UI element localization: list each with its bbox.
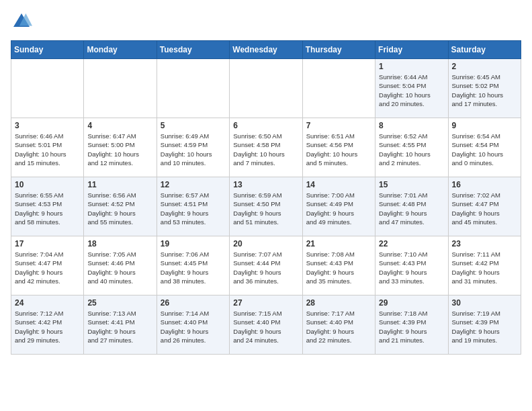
column-header-saturday: Saturday: [448, 41, 521, 59]
page-header: [11, 11, 521, 32]
calendar-cell: [11, 59, 84, 118]
day-number: 21: [306, 239, 371, 248]
day-info: Sunrise: 7:11 AM Sunset: 4:42 PM Dayligh…: [452, 250, 517, 285]
day-number: 7: [306, 121, 371, 130]
day-number: 3: [15, 121, 80, 130]
day-info: Sunrise: 7:18 AM Sunset: 4:39 PM Dayligh…: [379, 309, 444, 345]
column-header-wednesday: Wednesday: [230, 41, 302, 59]
day-info: Sunrise: 6:56 AM Sunset: 4:52 PM Dayligh…: [87, 191, 152, 226]
day-info: Sunrise: 6:51 AM Sunset: 4:56 PM Dayligh…: [306, 132, 371, 167]
day-info: Sunrise: 6:47 AM Sunset: 5:00 PM Dayligh…: [87, 132, 152, 167]
day-info: Sunrise: 6:50 AM Sunset: 4:58 PM Dayligh…: [233, 132, 298, 167]
column-header-monday: Monday: [84, 41, 157, 59]
calendar-cell: 26Sunrise: 7:14 AM Sunset: 4:40 PM Dayli…: [157, 295, 229, 355]
day-info: Sunrise: 6:55 AM Sunset: 4:53 PM Dayligh…: [15, 191, 80, 226]
day-info: Sunrise: 7:12 AM Sunset: 4:42 PM Dayligh…: [15, 309, 80, 345]
day-info: Sunrise: 7:01 AM Sunset: 4:48 PM Dayligh…: [379, 191, 444, 226]
calendar-cell: 5Sunrise: 6:49 AM Sunset: 4:59 PM Daylig…: [157, 118, 229, 177]
day-number: 16: [452, 180, 517, 189]
day-info: Sunrise: 6:59 AM Sunset: 4:50 PM Dayligh…: [233, 191, 298, 226]
day-number: 23: [452, 239, 517, 248]
day-info: Sunrise: 6:52 AM Sunset: 4:55 PM Dayligh…: [379, 132, 444, 167]
calendar-cell: 24Sunrise: 7:12 AM Sunset: 4:42 PM Dayli…: [11, 295, 84, 355]
calendar-cell: 27Sunrise: 7:15 AM Sunset: 4:40 PM Dayli…: [230, 295, 302, 355]
day-number: 10: [15, 180, 80, 189]
day-info: Sunrise: 6:46 AM Sunset: 5:01 PM Dayligh…: [15, 132, 80, 167]
day-number: 30: [452, 298, 517, 308]
day-info: Sunrise: 7:08 AM Sunset: 4:43 PM Dayligh…: [306, 250, 371, 285]
day-number: 19: [161, 239, 226, 248]
logo-icon: [11, 11, 32, 32]
day-number: 24: [15, 298, 80, 308]
calendar-cell: [302, 59, 375, 118]
day-info: Sunrise: 7:19 AM Sunset: 4:39 PM Dayligh…: [452, 309, 517, 345]
day-info: Sunrise: 7:14 AM Sunset: 4:40 PM Dayligh…: [161, 309, 226, 345]
day-info: Sunrise: 7:05 AM Sunset: 4:46 PM Dayligh…: [87, 250, 152, 285]
day-number: 27: [233, 298, 298, 308]
calendar-cell: 3Sunrise: 6:46 AM Sunset: 5:01 PM Daylig…: [11, 118, 84, 177]
calendar-header-row: SundayMondayTuesdayWednesdayThursdayFrid…: [11, 41, 521, 59]
day-number: 5: [161, 121, 226, 130]
day-number: 8: [379, 121, 444, 130]
calendar-cell: 17Sunrise: 7:04 AM Sunset: 4:47 PM Dayli…: [11, 236, 84, 295]
calendar-cell: 6Sunrise: 6:50 AM Sunset: 4:58 PM Daylig…: [230, 118, 302, 177]
day-number: 2: [452, 62, 517, 71]
calendar-cell: [157, 59, 229, 118]
day-info: Sunrise: 7:13 AM Sunset: 4:41 PM Dayligh…: [87, 309, 152, 345]
day-number: 14: [306, 180, 371, 189]
calendar-cell: 15Sunrise: 7:01 AM Sunset: 4:48 PM Dayli…: [375, 177, 448, 236]
day-info: Sunrise: 7:15 AM Sunset: 4:40 PM Dayligh…: [233, 309, 298, 345]
column-header-sunday: Sunday: [11, 41, 84, 59]
column-header-tuesday: Tuesday: [157, 41, 229, 59]
day-info: Sunrise: 7:07 AM Sunset: 4:44 PM Dayligh…: [233, 250, 298, 285]
calendar-cell: 16Sunrise: 7:02 AM Sunset: 4:47 PM Dayli…: [448, 177, 521, 236]
calendar-week-row: 10Sunrise: 6:55 AM Sunset: 4:53 PM Dayli…: [11, 177, 521, 236]
day-info: Sunrise: 6:44 AM Sunset: 5:04 PM Dayligh…: [379, 73, 444, 108]
calendar-cell: 22Sunrise: 7:10 AM Sunset: 4:43 PM Dayli…: [375, 236, 448, 295]
day-number: 29: [379, 298, 444, 308]
day-number: 1: [379, 62, 444, 71]
logo: [11, 11, 35, 32]
column-header-friday: Friday: [375, 41, 448, 59]
day-number: 12: [161, 180, 226, 189]
day-info: Sunrise: 7:04 AM Sunset: 4:47 PM Dayligh…: [15, 250, 80, 285]
day-number: 11: [87, 180, 152, 189]
day-number: 20: [233, 239, 298, 248]
calendar-cell: 21Sunrise: 7:08 AM Sunset: 4:43 PM Dayli…: [302, 236, 375, 295]
day-number: 15: [379, 180, 444, 189]
calendar-cell: 20Sunrise: 7:07 AM Sunset: 4:44 PM Dayli…: [230, 236, 302, 295]
calendar-cell: 2Sunrise: 6:45 AM Sunset: 5:02 PM Daylig…: [448, 59, 521, 118]
calendar-cell: 30Sunrise: 7:19 AM Sunset: 4:39 PM Dayli…: [448, 295, 521, 355]
day-info: Sunrise: 7:00 AM Sunset: 4:49 PM Dayligh…: [306, 191, 371, 226]
day-info: Sunrise: 6:45 AM Sunset: 5:02 PM Dayligh…: [452, 73, 517, 108]
calendar-cell: 28Sunrise: 7:17 AM Sunset: 4:40 PM Dayli…: [302, 295, 375, 355]
column-header-thursday: Thursday: [302, 41, 375, 59]
calendar-cell: 7Sunrise: 6:51 AM Sunset: 4:56 PM Daylig…: [302, 118, 375, 177]
calendar-table: SundayMondayTuesdayWednesdayThursdayFrid…: [11, 40, 521, 355]
calendar-week-row: 1Sunrise: 6:44 AM Sunset: 5:04 PM Daylig…: [11, 59, 521, 118]
calendar-cell: 1Sunrise: 6:44 AM Sunset: 5:04 PM Daylig…: [375, 59, 448, 118]
day-info: Sunrise: 6:54 AM Sunset: 4:54 PM Dayligh…: [452, 132, 517, 167]
day-number: 6: [233, 121, 298, 130]
day-info: Sunrise: 6:49 AM Sunset: 4:59 PM Dayligh…: [161, 132, 226, 167]
day-info: Sunrise: 7:06 AM Sunset: 4:45 PM Dayligh…: [161, 250, 226, 285]
calendar-cell: 9Sunrise: 6:54 AM Sunset: 4:54 PM Daylig…: [448, 118, 521, 177]
day-number: 4: [87, 121, 152, 130]
calendar-cell: 12Sunrise: 6:57 AM Sunset: 4:51 PM Dayli…: [157, 177, 229, 236]
calendar-cell: 4Sunrise: 6:47 AM Sunset: 5:00 PM Daylig…: [84, 118, 157, 177]
day-info: Sunrise: 7:17 AM Sunset: 4:40 PM Dayligh…: [306, 309, 371, 345]
calendar-cell: 11Sunrise: 6:56 AM Sunset: 4:52 PM Dayli…: [84, 177, 157, 236]
day-number: 18: [87, 239, 152, 248]
calendar-cell: 23Sunrise: 7:11 AM Sunset: 4:42 PM Dayli…: [448, 236, 521, 295]
day-number: 22: [379, 239, 444, 248]
calendar-cell: 14Sunrise: 7:00 AM Sunset: 4:49 PM Dayli…: [302, 177, 375, 236]
calendar-cell: 19Sunrise: 7:06 AM Sunset: 4:45 PM Dayli…: [157, 236, 229, 295]
day-info: Sunrise: 7:10 AM Sunset: 4:43 PM Dayligh…: [379, 250, 444, 285]
calendar-cell: [230, 59, 302, 118]
calendar-cell: 13Sunrise: 6:59 AM Sunset: 4:50 PM Dayli…: [230, 177, 302, 236]
day-number: 9: [452, 121, 517, 130]
calendar-week-row: 17Sunrise: 7:04 AM Sunset: 4:47 PM Dayli…: [11, 236, 521, 295]
day-info: Sunrise: 7:02 AM Sunset: 4:47 PM Dayligh…: [452, 191, 517, 226]
calendar-cell: 29Sunrise: 7:18 AM Sunset: 4:39 PM Dayli…: [375, 295, 448, 355]
day-number: 17: [15, 239, 80, 248]
